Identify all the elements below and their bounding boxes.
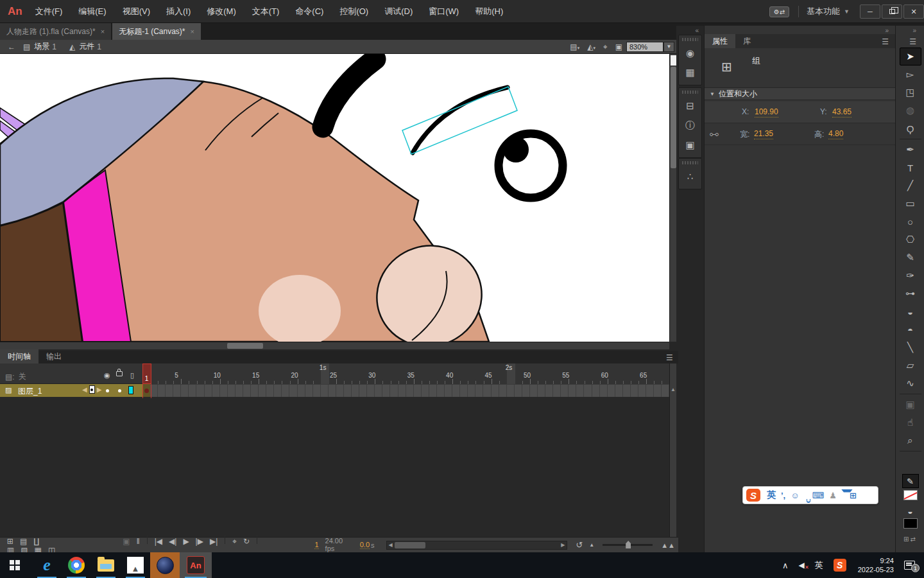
eyedropper-tool[interactable]: ╲ — [900, 338, 921, 356]
tab-library[interactable]: 库 — [735, 34, 758, 48]
position-size-section-header[interactable]: ▼ 位置和大小 — [705, 87, 896, 100]
frame-rate-value[interactable]: 24.00 fps — [325, 537, 354, 553]
layer-name[interactable]: 图层_1 — [18, 386, 42, 397]
go-first-frame-icon[interactable]: |◀ — [155, 537, 162, 546]
eraser-tool[interactable]: ▱ — [900, 356, 921, 374]
input-language-indicator[interactable]: 英 — [815, 559, 823, 571]
timeline-horizontal-scrollbar[interactable]: ◀ ▶ — [386, 541, 568, 550]
rectangle-tool[interactable]: ▭ — [900, 195, 921, 213]
restore-button[interactable] — [882, 4, 902, 19]
scene-clapper-icon[interactable]: ▤ — [23, 42, 30, 51]
user-icon[interactable]: ♟ — [829, 491, 837, 500]
scrollbar-thumb[interactable] — [671, 67, 676, 168]
close-icon[interactable]: × — [101, 28, 105, 35]
chevron-down-icon[interactable]: ▼ — [844, 8, 850, 15]
toolbox-icon[interactable]: ⊞ — [850, 491, 857, 500]
menu-item[interactable]: 控制(O) — [339, 6, 368, 16]
timeline-empty-area[interactable] — [0, 397, 669, 537]
transform-panel-icon[interactable]: ▣ — [679, 136, 701, 155]
grip-handle[interactable] — [682, 91, 698, 94]
taskbar-chrome[interactable] — [62, 552, 91, 578]
zoom-dropdown-button[interactable]: ▼ — [663, 42, 674, 52]
menu-item[interactable]: 文本(T) — [252, 6, 280, 16]
scrollbar-thumb[interactable] — [227, 343, 263, 349]
selection-tool[interactable]: ➤ — [900, 48, 921, 66]
canvas-horizontal-scrollbar[interactable] — [0, 342, 669, 349]
outline-layers-icon[interactable]: ▯ — [130, 371, 134, 380]
height-value[interactable]: 4.80 — [828, 129, 843, 139]
x-value[interactable]: 109.90 — [755, 107, 778, 118]
taskbar-photos[interactable]: ▲ — [121, 552, 150, 578]
reset-timeline-zoom-icon[interactable]: ↺ — [576, 540, 583, 550]
oval-tool[interactable]: ○ — [900, 213, 921, 231]
document-tab[interactable]: 人物走路 (1).fla (Canvas)*× — [0, 23, 111, 40]
workspace-switcher-icon[interactable]: ⚙⇄ — [769, 6, 789, 17]
align-panel-icon[interactable]: ⊟ — [679, 96, 701, 116]
tray-expand-icon[interactable]: ∧ — [782, 561, 789, 570]
tab-output[interactable]: 输出 — [38, 349, 69, 363]
swatches-panel-icon[interactable]: ▦ — [679, 63, 701, 82]
close-icon[interactable]: × — [191, 28, 194, 35]
punctuation-icon[interactable]: ’, — [781, 491, 785, 500]
stroke-color-swatch[interactable] — [903, 490, 918, 500]
bone-tool[interactable]: ⊶ — [900, 285, 921, 302]
layer-frame-nav[interactable]: ◀▶ — [82, 385, 101, 394]
clip-content-icon[interactable]: ▣ — [615, 42, 622, 51]
edit-symbol-icon[interactable]: ◭▾ — [587, 42, 595, 51]
taskbar-edge[interactable]: e — [32, 552, 62, 578]
start-button[interactable] — [0, 552, 30, 578]
link-width-height-icon[interactable]: ⧟ — [710, 128, 719, 139]
paint-bucket-tool[interactable]: ◒ — [900, 302, 921, 320]
info-panel-icon[interactable]: ⓘ — [679, 116, 701, 136]
polystar-tool[interactable]: ⎔ — [900, 231, 921, 249]
scroll-up-icon[interactable]: ▲ — [670, 387, 676, 392]
edit-scene-icon[interactable]: ▤▾ — [570, 42, 579, 51]
taskbar-animate[interactable]: An — [180, 552, 212, 578]
pen-tool[interactable]: ✒ — [900, 141, 921, 159]
layer-outline-color-swatch[interactable] — [128, 386, 133, 394]
grip-handle[interactable] — [682, 161, 698, 164]
camera-tool[interactable]: ▣ — [900, 396, 921, 414]
rotation-3d-tool[interactable]: ◍ — [900, 101, 921, 119]
menu-item[interactable]: 插入(I) — [166, 6, 191, 16]
zoom-in-frames-icon[interactable]: ▲▲ — [661, 541, 675, 549]
stroke-color-button[interactable]: ✎ — [902, 474, 919, 488]
new-folder-icon[interactable]: ▤ — [20, 537, 27, 546]
sogou-tray-icon[interactable]: S — [834, 559, 846, 572]
timeline-menu-icon[interactable]: ☰ — [666, 353, 673, 362]
layer-unlocked-dot[interactable] — [118, 389, 121, 392]
stage-canvas[interactable] — [0, 54, 669, 342]
symbol-icon[interactable]: ◭ — [69, 42, 75, 51]
menu-item[interactable]: 调试(D) — [384, 6, 413, 16]
collapse-triangle-icon[interactable]: ▼ — [710, 91, 715, 97]
clock[interactable]: 9:24 2022-05-23 — [858, 556, 894, 574]
go-last-frame-icon[interactable]: ▶| — [210, 537, 218, 546]
menu-item[interactable]: 编辑(E) — [78, 6, 106, 16]
document-tab[interactable]: 无标题-1 (Canvas)*× — [112, 23, 201, 40]
menu-item[interactable]: 窗口(W) — [429, 6, 459, 16]
current-frame-value[interactable]: 1 — [314, 541, 318, 549]
frame-grid[interactable] — [150, 384, 669, 397]
ink-bottle-tool[interactable]: ◓ — [900, 320, 921, 338]
presets-panel-icon[interactable]: ∴ — [679, 167, 701, 186]
delete-layer-icon[interactable]: ∐ — [33, 537, 39, 546]
center-stage-icon[interactable]: ⌖ — [603, 42, 608, 51]
minimize-button[interactable]: ─ — [860, 4, 880, 19]
emoji-icon[interactable]: ☺ — [791, 491, 799, 500]
tab-timeline[interactable]: 时间轴 — [0, 349, 38, 363]
subselection-tool[interactable]: ▻ — [900, 66, 921, 83]
color-panel-icon[interactable]: ◉ — [679, 44, 701, 63]
pencil-tool[interactable]: ✎ — [900, 249, 921, 267]
taskbar-cinema4d[interactable] — [150, 552, 180, 578]
width-value[interactable]: 21.35 — [754, 129, 773, 139]
back-arrow-icon[interactable]: ← — [8, 42, 15, 51]
new-layer-icon[interactable]: ⊞ — [7, 537, 13, 546]
timeline-vertical-scrollbar[interactable]: ▲ — [669, 363, 676, 537]
scroll-right-icon[interactable]: ▶ — [559, 542, 567, 548]
elapsed-time-value[interactable]: 0.0 — [360, 541, 370, 549]
input-mode-label[interactable]: 英 — [767, 489, 776, 501]
frame-ruler[interactable]: 1s2s5101520253035404550556065 — [142, 363, 669, 384]
scene-label[interactable]: 场景 — [34, 41, 49, 52]
step-forward-icon[interactable]: |▶ — [196, 537, 203, 546]
menu-item[interactable]: 视图(V) — [123, 6, 150, 16]
